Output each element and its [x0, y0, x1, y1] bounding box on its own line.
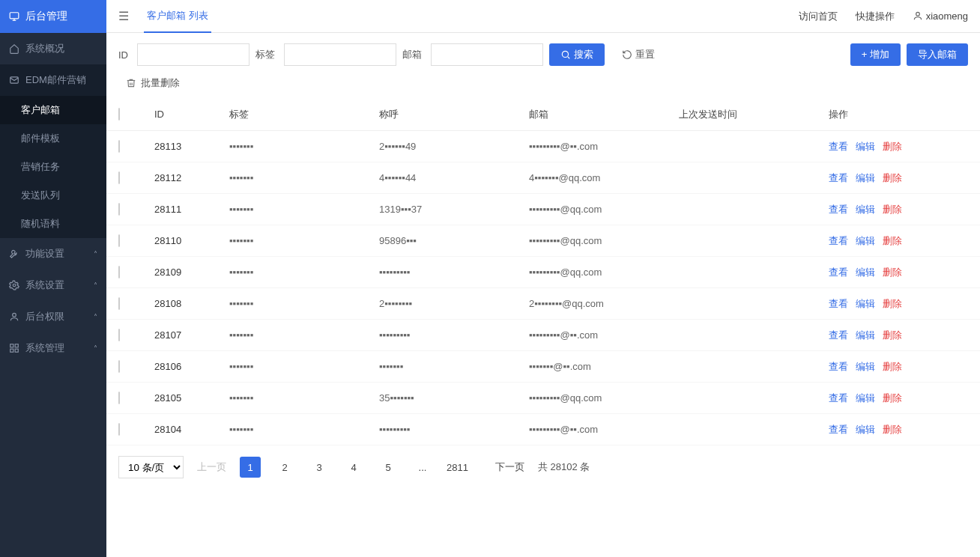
svg-point-5	[13, 313, 16, 317]
page-2811[interactable]: 2811	[447, 457, 468, 478]
cell-tag: ▪▪▪▪▪▪▪	[229, 235, 379, 246]
action-view[interactable]: 查看	[829, 140, 848, 153]
sidebar-item-0[interactable]: 系统概况	[0, 33, 106, 64]
action-delete[interactable]: 删除	[883, 234, 902, 248]
sidebar-subitem-0[interactable]: 客户邮箱	[0, 96, 106, 124]
action-edit[interactable]: 编辑	[856, 234, 875, 248]
page-1[interactable]: 1	[240, 457, 261, 478]
page-prev[interactable]: 上一页	[197, 457, 226, 478]
svg-rect-0	[10, 13, 19, 19]
row-checkbox[interactable]	[118, 360, 120, 373]
th-last: 上次发送时间	[679, 108, 829, 121]
bulk-delete-button[interactable]: 批量删除	[126, 76, 180, 90]
refresh-icon	[622, 49, 632, 60]
input-tag[interactable]	[284, 43, 396, 66]
sidebar-item-label: 系统设置	[25, 278, 64, 292]
import-button[interactable]: 导入邮箱	[907, 43, 968, 66]
action-edit[interactable]: 编辑	[856, 140, 875, 153]
cell-tag: ▪▪▪▪▪▪▪	[229, 141, 379, 152]
sidebar-subitem-3[interactable]: 发送队列	[0, 181, 106, 210]
row-checkbox[interactable]	[118, 266, 120, 278]
cell-id: 28113	[154, 141, 229, 152]
row-checkbox[interactable]	[118, 423, 120, 436]
action-delete[interactable]: 删除	[883, 392, 902, 405]
action-edit[interactable]: 编辑	[856, 266, 875, 279]
action-delete[interactable]: 删除	[883, 329, 902, 342]
action-delete[interactable]: 删除	[883, 423, 902, 436]
action-view[interactable]: 查看	[829, 203, 848, 216]
pagination: 10 条/页 上一页 12345...2811 下一页 共 28102 条	[106, 445, 980, 489]
page-5[interactable]: 5	[378, 457, 399, 478]
row-checkbox[interactable]	[118, 392, 120, 404]
action-delete[interactable]: 删除	[883, 297, 902, 311]
action-edit[interactable]: 编辑	[856, 360, 875, 374]
action-edit[interactable]: 编辑	[856, 203, 875, 216]
action-view[interactable]: 查看	[829, 171, 848, 185]
action-edit[interactable]: 编辑	[856, 392, 875, 405]
label-tag: 标签	[255, 48, 275, 61]
cell-tag: ▪▪▪▪▪▪▪	[229, 329, 379, 341]
checkbox-all[interactable]	[118, 108, 120, 121]
action-delete[interactable]: 删除	[883, 266, 902, 279]
row-checkbox[interactable]	[118, 140, 120, 153]
link-home[interactable]: 访问首页	[799, 10, 838, 23]
toolbar-right: + 增加 导入邮箱	[850, 43, 968, 66]
input-email[interactable]	[431, 43, 543, 66]
hamburger-icon[interactable]: ☰	[118, 9, 129, 23]
cell-actions: 查看编辑删除	[829, 392, 949, 405]
page-...[interactable]: ...	[412, 457, 433, 478]
page-3[interactable]: 3	[309, 457, 330, 478]
tab-current[interactable]: 客户邮箱 列表	[144, 0, 211, 33]
search-button[interactable]: 搜索	[549, 43, 605, 66]
action-edit[interactable]: 编辑	[856, 423, 875, 436]
cell-tag: ▪▪▪▪▪▪▪	[229, 361, 379, 372]
sidebar-item-2[interactable]: 功能设置˄	[0, 238, 106, 270]
sidebar-subitem-4[interactable]: 随机语料	[0, 210, 106, 238]
action-view[interactable]: 查看	[829, 266, 848, 279]
action-edit[interactable]: 编辑	[856, 171, 875, 185]
action-edit[interactable]: 编辑	[856, 297, 875, 311]
cell-nick: 2▪▪▪▪▪▪▪▪	[379, 298, 529, 309]
action-view[interactable]: 查看	[829, 234, 848, 248]
chevron-icon: ˄	[94, 344, 97, 353]
home-icon	[9, 43, 19, 54]
cell-email: ▪▪▪▪▪▪▪▪▪@▪▪.com	[529, 424, 679, 435]
action-view[interactable]: 查看	[829, 360, 848, 374]
action-view[interactable]: 查看	[829, 392, 848, 405]
action-view[interactable]: 查看	[829, 329, 848, 342]
cell-id: 28110	[154, 235, 229, 246]
reset-button[interactable]: 重置	[611, 43, 666, 66]
main: ☰ 客户邮箱 列表 访问首页 快捷操作 xiaomeng ID 标签 邮箱 搜索	[106, 0, 980, 557]
user-menu[interactable]: xiaomeng	[913, 10, 968, 22]
sidebar-item-5[interactable]: 系统管理˄	[0, 332, 106, 364]
action-view[interactable]: 查看	[829, 297, 848, 311]
sidebar-item-4[interactable]: 后台权限˄	[0, 301, 106, 332]
label-id: ID	[118, 49, 128, 61]
sidebar-subitem-2[interactable]: 营销任务	[0, 153, 106, 181]
row-checkbox[interactable]	[118, 297, 120, 310]
action-edit[interactable]: 编辑	[856, 329, 875, 342]
page-size-select[interactable]: 10 条/页	[118, 456, 184, 478]
row-checkbox[interactable]	[118, 234, 120, 247]
input-id[interactable]	[137, 43, 249, 66]
page-next[interactable]: 下一页	[495, 457, 524, 478]
cell-email: ▪▪▪▪▪▪▪▪▪@qq.com	[529, 204, 679, 215]
action-delete[interactable]: 删除	[883, 140, 902, 153]
row-checkbox[interactable]	[118, 329, 120, 341]
action-delete[interactable]: 删除	[883, 171, 902, 185]
cell-actions: 查看编辑删除	[829, 360, 949, 374]
page-2[interactable]: 2	[274, 457, 295, 478]
action-view[interactable]: 查看	[829, 423, 848, 436]
link-quick[interactable]: 快捷操作	[856, 10, 895, 23]
row-checkbox[interactable]	[118, 171, 120, 184]
cell-actions: 查看编辑删除	[829, 423, 949, 436]
action-delete[interactable]: 删除	[883, 360, 902, 374]
row-checkbox[interactable]	[118, 203, 120, 216]
page-4[interactable]: 4	[343, 457, 364, 478]
sidebar-item-3[interactable]: 系统设置˄	[0, 270, 106, 301]
th-ops: 操作	[829, 108, 949, 121]
add-button[interactable]: + 增加	[850, 43, 901, 66]
sidebar-subitem-1[interactable]: 邮件模板	[0, 124, 106, 153]
action-delete[interactable]: 删除	[883, 203, 902, 216]
sidebar-item-1[interactable]: EDM邮件营销	[0, 64, 106, 96]
